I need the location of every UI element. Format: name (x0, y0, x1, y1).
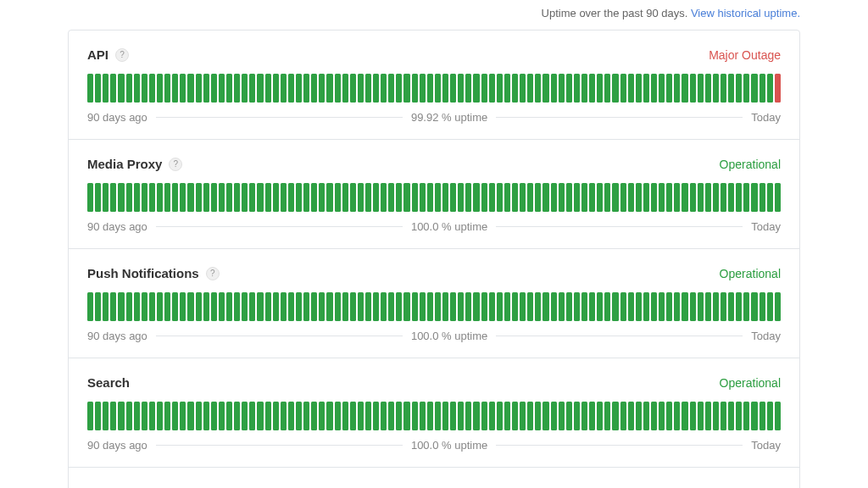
uptime-day-bar[interactable] (497, 402, 503, 430)
uptime-day-bar[interactable] (281, 183, 287, 212)
uptime-day-bar[interactable] (172, 74, 178, 103)
uptime-day-bar[interactable] (736, 402, 742, 430)
uptime-day-bar[interactable] (458, 402, 464, 430)
uptime-day-bar[interactable] (265, 402, 271, 430)
uptime-day-bar[interactable] (126, 183, 132, 212)
uptime-day-bar[interactable] (249, 74, 255, 103)
uptime-day-bar[interactable] (489, 183, 495, 212)
uptime-day-bar[interactable] (574, 183, 580, 212)
uptime-day-bar[interactable] (303, 183, 309, 212)
uptime-day-bar[interactable] (396, 183, 402, 212)
uptime-day-bar[interactable] (527, 74, 533, 103)
uptime-day-bar[interactable] (350, 292, 356, 321)
uptime-day-bar[interactable] (203, 74, 209, 103)
uptime-day-bar[interactable] (403, 74, 409, 103)
uptime-day-bar[interactable] (736, 74, 742, 103)
uptime-day-bar[interactable] (512, 292, 518, 321)
historical-uptime-link[interactable]: View historical uptime. (691, 7, 800, 19)
uptime-day-bar[interactable] (465, 292, 471, 321)
uptime-day-bar[interactable] (381, 183, 387, 212)
uptime-day-bar[interactable] (427, 74, 433, 103)
uptime-day-bar[interactable] (196, 74, 202, 103)
uptime-day-bar[interactable] (636, 292, 642, 321)
uptime-day-bar[interactable] (157, 292, 163, 321)
uptime-day-bar[interactable] (249, 292, 255, 321)
uptime-day-bar[interactable] (335, 402, 341, 430)
uptime-day-bar[interactable] (767, 183, 773, 212)
uptime-day-bar[interactable] (87, 402, 93, 430)
uptime-day-bar[interactable] (535, 74, 541, 103)
uptime-day-bar[interactable] (535, 292, 541, 321)
uptime-day-bar[interactable] (203, 402, 209, 430)
uptime-day-bar[interactable] (473, 74, 479, 103)
uptime-day-bar[interactable] (288, 183, 294, 212)
uptime-day-bar[interactable] (403, 402, 409, 430)
uptime-day-bar[interactable] (535, 183, 541, 212)
uptime-day-bar[interactable] (257, 74, 263, 103)
uptime-day-bar[interactable] (589, 292, 595, 321)
uptime-day-bar[interactable] (721, 74, 726, 103)
uptime-day-bar[interactable] (157, 74, 163, 103)
uptime-day-bar[interactable] (118, 183, 124, 212)
uptime-day-bar[interactable] (666, 183, 672, 212)
uptime-day-bar[interactable] (219, 183, 225, 212)
uptime-day-bar[interactable] (365, 74, 371, 103)
uptime-day-bar[interactable] (288, 292, 294, 321)
uptime-day-bar[interactable] (326, 402, 332, 430)
uptime-day-bar[interactable] (597, 292, 603, 321)
uptime-day-bar[interactable] (226, 183, 232, 212)
uptime-day-bar[interactable] (103, 74, 108, 103)
uptime-day-bar[interactable] (442, 74, 448, 103)
uptime-day-bar[interactable] (767, 402, 773, 430)
uptime-day-bar[interactable] (249, 183, 255, 212)
uptime-day-bar[interactable] (296, 402, 302, 430)
uptime-day-bar[interactable] (760, 74, 765, 103)
uptime-day-bar[interactable] (721, 402, 726, 430)
uptime-day-bar[interactable] (473, 183, 479, 212)
uptime-day-bar[interactable] (682, 402, 687, 430)
uptime-day-bar[interactable] (87, 183, 93, 212)
uptime-day-bar[interactable] (465, 402, 471, 430)
uptime-day-bar[interactable] (427, 402, 433, 430)
uptime-day-bar[interactable] (187, 74, 193, 103)
uptime-day-bar[interactable] (319, 74, 325, 103)
uptime-day-bar[interactable] (743, 183, 749, 212)
uptime-day-bar[interactable] (273, 183, 279, 212)
uptime-day-bar[interactable] (751, 183, 757, 212)
uptime-day-bar[interactable] (481, 74, 487, 103)
uptime-day-bar[interactable] (743, 402, 749, 430)
uptime-day-bar[interactable] (643, 402, 649, 430)
uptime-day-bar[interactable] (435, 292, 441, 321)
uptime-day-bar[interactable] (420, 402, 426, 430)
uptime-day-bar[interactable] (542, 74, 548, 103)
uptime-day-bar[interactable] (403, 292, 409, 321)
uptime-day-bar[interactable] (512, 402, 518, 430)
uptime-day-bar[interactable] (381, 74, 387, 103)
uptime-day-bar[interactable] (257, 292, 263, 321)
uptime-day-bar[interactable] (604, 74, 610, 103)
uptime-day-bar[interactable] (450, 74, 456, 103)
uptime-day-bar[interactable] (203, 292, 209, 321)
uptime-day-bar[interactable] (690, 402, 696, 430)
uptime-day-bar[interactable] (103, 402, 108, 430)
uptime-day-bar[interactable] (721, 292, 726, 321)
uptime-day-bar[interactable] (535, 402, 541, 430)
uptime-day-bar[interactable] (504, 402, 510, 430)
uptime-day-bar[interactable] (597, 183, 603, 212)
uptime-day-bar[interactable] (628, 74, 634, 103)
uptime-day-bar[interactable] (620, 183, 626, 212)
uptime-day-bar[interactable] (142, 292, 147, 321)
uptime-day-bar[interactable] (164, 74, 170, 103)
uptime-day-bar[interactable] (743, 292, 749, 321)
uptime-day-bar[interactable] (388, 74, 394, 103)
uptime-day-bar[interactable] (504, 74, 510, 103)
uptime-day-bar[interactable] (589, 74, 595, 103)
uptime-day-bar[interactable] (628, 402, 634, 430)
uptime-day-bar[interactable] (396, 74, 402, 103)
uptime-day-bar[interactable] (574, 74, 580, 103)
uptime-day-bar[interactable] (497, 292, 503, 321)
help-icon[interactable]: ? (206, 267, 220, 280)
uptime-day-bar[interactable] (489, 402, 495, 430)
uptime-day-bar[interactable] (442, 183, 448, 212)
uptime-day-bar[interactable] (95, 292, 101, 321)
